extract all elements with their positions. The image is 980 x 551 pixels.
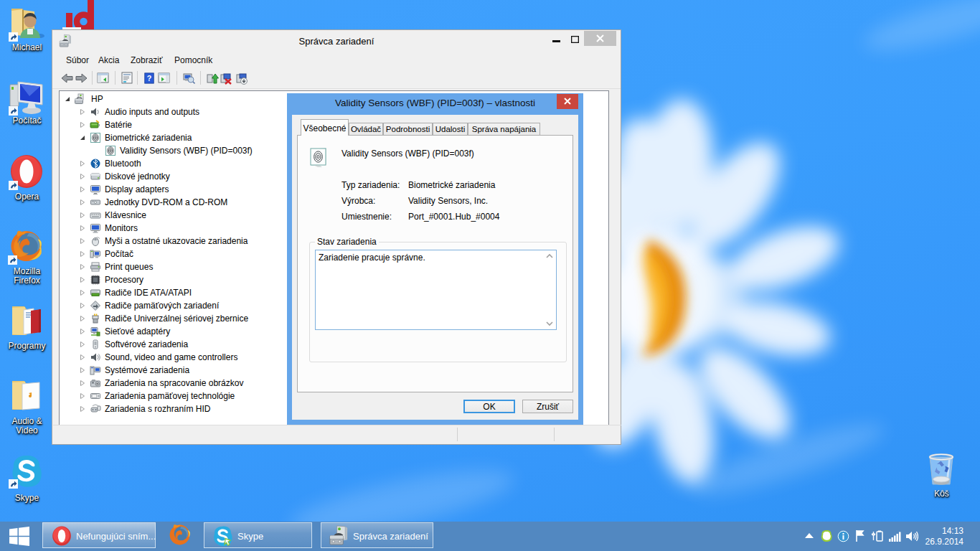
svg-text:?: ? <box>147 74 152 83</box>
